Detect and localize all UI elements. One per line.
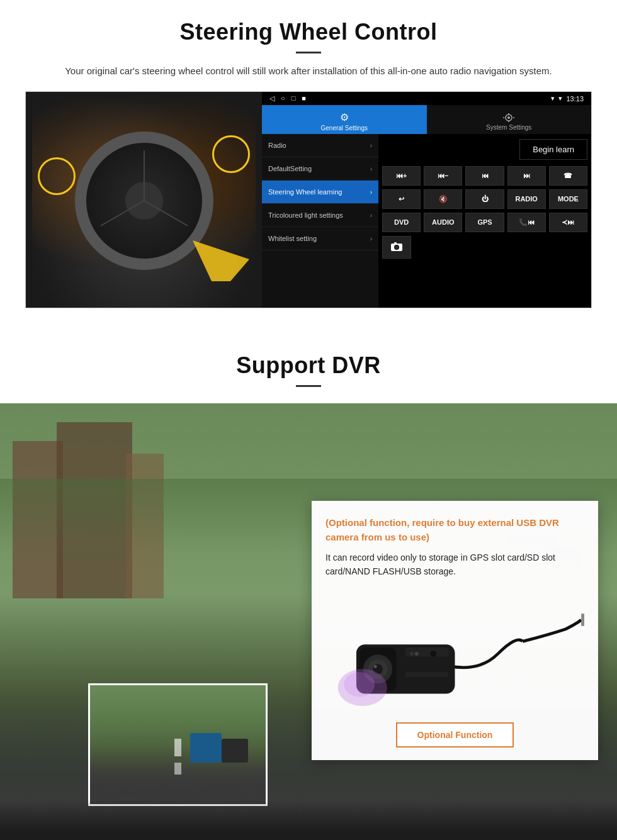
steering-demo: ◁ ○ □ ■ ▾ ▾ 13:13 ⚙ General Settings — [25, 91, 592, 308]
next-btn[interactable]: ⏭ — [507, 166, 546, 186]
statusbar-nav: ◁ ○ □ ■ — [269, 94, 306, 103]
audio-btn[interactable]: AUDIO — [424, 213, 462, 232]
mode-btn[interactable]: MODE — [549, 189, 587, 209]
steering-wheel-bg — [26, 92, 262, 308]
dvr-section: Support DVR — [0, 333, 617, 840]
dvd-btn[interactable]: DVD — [382, 213, 421, 232]
signal-icon: ▾ — [551, 94, 555, 103]
chevron-icon: › — [370, 189, 372, 196]
mute-btn[interactable]: 🔇 — [424, 189, 462, 209]
camera-btn[interactable] — [382, 236, 411, 259]
power-btn[interactable]: ⏻ — [465, 189, 504, 209]
menu-item-radio[interactable]: Radio › — [262, 134, 378, 157]
title-divider — [296, 52, 321, 53]
menu-item-default[interactable]: DefaultSetting › — [262, 157, 378, 181]
system-settings-tab[interactable]: System Settings — [427, 105, 592, 134]
steering-subtitle: Your original car's steering wheel contr… — [50, 64, 567, 79]
dvr-thumb-inner — [90, 685, 266, 804]
menu-icon[interactable]: ■ — [302, 94, 306, 103]
svg-rect-10 — [394, 242, 397, 244]
call-prev-btn[interactable]: 📞⏮ — [507, 213, 546, 232]
ctrl-row-2: ↩ 🔇 ⏻ RADIO MODE — [382, 189, 587, 209]
svg-point-25 — [415, 652, 419, 656]
svg-point-17 — [374, 665, 377, 668]
call-btn[interactable]: ☎ — [549, 166, 587, 186]
dvr-title-area: Support DVR — [0, 333, 617, 403]
dashboard-overlay — [0, 800, 617, 840]
hangup-btn[interactable]: ↩ — [382, 189, 421, 209]
svg-point-19 — [430, 651, 436, 657]
chevron-icon: › — [370, 165, 372, 172]
android-topbar: ⚙ General Settings Syste — [262, 105, 591, 134]
status-time: 13:13 — [566, 95, 584, 103]
svg-point-2 — [507, 116, 510, 119]
ctrl-row-3: DVD AUDIO GPS 📞⏮ ≺⏭ — [382, 213, 587, 232]
svg-rect-21 — [405, 672, 449, 677]
vol-up-btn[interactable]: ⏮+ — [382, 166, 421, 186]
svg-point-9 — [395, 246, 399, 249]
recents-icon[interactable]: □ — [292, 94, 296, 103]
menu-radio-label: Radio — [268, 142, 286, 149]
dvr-thumb — [88, 683, 268, 806]
begin-learn-row: Begin learn — [382, 139, 587, 160]
dvr-camera-svg — [325, 591, 584, 710]
svg-point-23 — [344, 672, 375, 697]
menu-right: Begin learn ⏮+ ⏮− ⏮ ⏭ ☎ ↩ 🔇 ⏻ — [378, 134, 591, 308]
system-settings-label: System Settings — [486, 124, 531, 131]
ctrl-row-1: ⏮+ ⏮− ⏮ ⏭ ☎ — [382, 166, 587, 186]
general-settings-tab[interactable]: ⚙ General Settings — [262, 105, 427, 134]
chevron-icon: › — [370, 142, 372, 149]
prev-next-btn[interactable]: ≺⏭ — [549, 213, 587, 232]
chevron-icon: › — [370, 212, 372, 219]
right-highlight-circle — [212, 135, 250, 173]
steering-photo — [26, 92, 262, 308]
dvr-title-divider — [296, 385, 321, 387]
android-statusbar: ◁ ○ □ ■ ▾ ▾ 13:13 — [262, 92, 591, 105]
menu-panel: Radio › DefaultSetting › Steering Wheel … — [262, 134, 591, 308]
home-icon[interactable]: ○ — [281, 94, 285, 103]
dvr-optional-text: (Optional function, require to buy exter… — [325, 516, 584, 544]
statusbar-info: ▾ ▾ 13:13 — [551, 94, 584, 103]
general-settings-label: General Settings — [321, 125, 368, 132]
left-highlight-circle — [38, 157, 76, 195]
dvr-camera-illustration — [325, 588, 584, 714]
menu-tricolour-label: Tricoloured light settings — [268, 211, 343, 219]
begin-learn-button[interactable]: Begin learn — [519, 139, 587, 160]
optional-function-button[interactable]: Optional Function — [396, 722, 514, 748]
dvr-title: Support DVR — [0, 352, 617, 379]
gps-btn[interactable]: GPS — [465, 213, 504, 232]
svg-rect-20 — [405, 663, 449, 668]
settings-icon: ⚙ — [266, 111, 423, 123]
menu-default-label: DefaultSetting — [268, 165, 312, 172]
dvr-background: (Optional function, require to buy exter… — [0, 403, 617, 840]
dvr-description: It can record video only to storage in G… — [325, 551, 584, 579]
yellow-arrow — [193, 240, 249, 284]
radio-btn[interactable]: RADIO — [507, 189, 546, 209]
steering-title: Steering Wheel Control — [25, 19, 592, 45]
menu-item-tricolour[interactable]: Tricoloured light settings › — [262, 204, 378, 227]
system-icon — [431, 111, 588, 123]
android-screen: ◁ ○ □ ■ ▾ ▾ 13:13 ⚙ General Settings — [262, 92, 591, 308]
steering-section: Steering Wheel Control Your original car… — [0, 0, 617, 321]
menu-left: Radio › DefaultSetting › Steering Wheel … — [262, 134, 378, 308]
svg-marker-0 — [193, 240, 249, 281]
dvr-info-card: (Optional function, require to buy exter… — [312, 501, 598, 760]
menu-item-whitelist[interactable]: Whitelist setting › — [262, 227, 378, 250]
wifi-icon: ▾ — [558, 94, 562, 103]
menu-item-steering[interactable]: Steering Wheel learning › — [262, 181, 378, 204]
menu-steering-label: Steering Wheel learning — [268, 188, 342, 196]
prev-btn[interactable]: ⏮ — [465, 166, 504, 186]
menu-whitelist-label: Whitelist setting — [268, 235, 317, 242]
chevron-icon: › — [370, 235, 372, 242]
ctrl-row-4 — [382, 236, 587, 259]
vol-down-btn[interactable]: ⏮− — [424, 166, 462, 186]
back-icon[interactable]: ◁ — [269, 94, 275, 103]
svg-point-24 — [410, 652, 414, 656]
